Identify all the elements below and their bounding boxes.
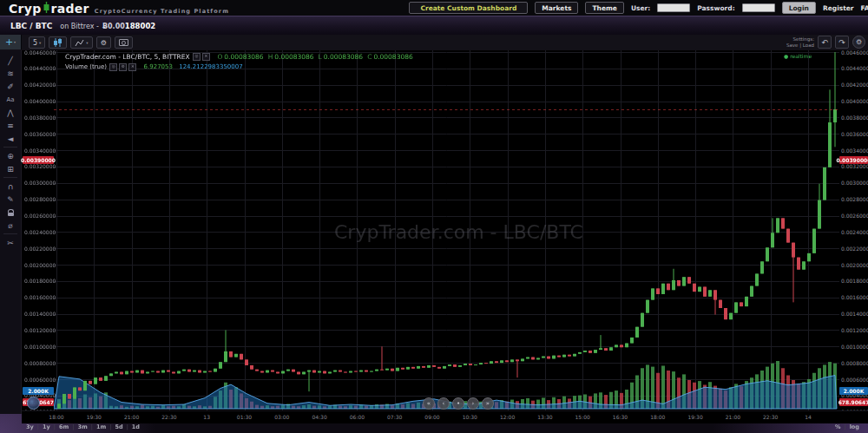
channel-tool[interactable]: ≋ (0, 67, 21, 80)
time-tick: 22:30 (763, 414, 778, 420)
time-tick: 14 (805, 414, 812, 420)
time-tick: 13 (203, 414, 210, 420)
preset-1d[interactable]: 1d (132, 423, 140, 430)
create-dashboard-button[interactable]: Create Custom Dashboard (409, 2, 528, 14)
faq-link[interactable]: FAQ (861, 4, 868, 12)
price-tick: 0.00160000 (841, 294, 868, 300)
redo-button[interactable]: ↷ (835, 36, 849, 49)
realtime-indicator[interactable]: ● realtime (784, 53, 812, 59)
prediction-tool[interactable]: ≡ (0, 119, 21, 132)
register-link[interactable]: Register (823, 4, 854, 12)
measure-tool[interactable]: ⊞ (0, 162, 21, 175)
chart-toolbar: +▾ 5▾ ▾ ⚙ Settings: Save | Load ↶ ↷ ⚙ (0, 35, 868, 51)
separator: | (109, 423, 111, 430)
preset-6m[interactable]: 6m (59, 423, 69, 430)
price-tick: 0.00440000 (24, 65, 56, 71)
legend-close-button[interactable]: ✕ (202, 53, 210, 61)
volume-scale-badge-left: 2.000K (23, 387, 54, 395)
preset-5d[interactable]: 5d (115, 423, 122, 430)
price-tick: 0.00360000 (841, 131, 868, 137)
scale-mode-log[interactable]: log (850, 423, 859, 430)
scale-mode-switch: %|log (835, 423, 859, 430)
chart-nav-button[interactable]: ‹ (437, 397, 450, 410)
trend-line-tool[interactable]: ╱ (0, 54, 21, 67)
price-tick: 0.00380000 (24, 115, 56, 121)
chart-nav-button[interactable]: « (423, 397, 435, 410)
preset-3y[interactable]: 3y (26, 423, 34, 430)
price-tick: 0.00200000 (24, 262, 56, 268)
last-price-badge-right: 0.00390000 (839, 156, 868, 164)
settings-save-load[interactable]: Settings: Save | Load (786, 36, 814, 49)
price-tick: 0.00400000 (24, 98, 56, 104)
ohlc-values: O0.00083086H0.00083086L0.00083086C0.0008… (213, 53, 412, 61)
line-style-dropdown[interactable]: ▾ (70, 36, 92, 49)
text-tool[interactable]: Aa (0, 93, 21, 106)
undo-button[interactable]: ↶ (818, 36, 832, 49)
snapshot-camera-button[interactable] (115, 36, 133, 49)
symbol-price-value: 188002 (125, 22, 156, 30)
volume-legend-button[interactable]: ⚙ (119, 63, 127, 71)
volume-value-green: 6.927053 (144, 63, 173, 70)
ohlc-key: L (319, 53, 322, 61)
price-tick: 0.00160000 (24, 294, 56, 300)
pattern-tool[interactable]: ⋀ (0, 106, 21, 119)
time-tick: 12:00 (500, 414, 515, 420)
volume-legend-button[interactable]: ✕ (128, 63, 136, 71)
time-tick: 15:00 (575, 414, 590, 420)
separator: | (54, 423, 56, 430)
symbol-bar: LBC / BTC on Bittrex - Ƀ0.00 188002 (0, 16, 868, 36)
chart-nav-button[interactable]: › (467, 397, 479, 410)
volume-value-blue: 124.2122983350007 (179, 63, 242, 70)
markets-button[interactable]: Markets (535, 2, 578, 14)
hide-drawings-tool[interactable]: ⌀ (0, 219, 21, 232)
bottom-bar: 3y|1y|6m|3m|1m|5d|1d %|log (0, 423, 868, 433)
arrow-marks-tool[interactable]: ◄ (0, 132, 21, 145)
password-input[interactable] (742, 3, 775, 12)
price-tick: 0.00260000 (841, 213, 868, 219)
preset-1y[interactable]: 1y (43, 423, 50, 430)
lock-tool[interactable] (0, 206, 21, 219)
brush-tool[interactable]: ✐ (0, 80, 21, 93)
volume-indicator-buttons: ◎⚙✕ (108, 63, 137, 70)
time-tick: 09:00 (424, 414, 439, 420)
interval-dropdown[interactable]: 5▾ (29, 36, 45, 49)
time-tick: 10:30 (463, 414, 477, 420)
ohlc-key: O (217, 53, 222, 61)
header-actions: Create Custom Dashboard Markets Theme Us… (409, 2, 868, 14)
candlestick-style-button[interactable] (49, 36, 67, 49)
crosshair-tool-button[interactable]: +▾ (0, 35, 22, 49)
volume-indicator-label: Volume (true) (65, 63, 107, 70)
user-input[interactable] (657, 3, 690, 12)
panel-settings-button[interactable]: ⚙ (852, 36, 865, 49)
volume-legend-row: Volume (true) ◎⚙✕ 6.927053 124.212298335… (65, 63, 413, 71)
zoom-in-tool[interactable]: ⊕ (0, 149, 21, 162)
preset-1m[interactable]: 1m (96, 423, 106, 430)
price-tick: 0.00340000 (841, 148, 868, 154)
price-tick: 0.00280000 (24, 196, 56, 202)
scale-mode-%[interactable]: % (835, 423, 841, 430)
chart-watermark: CrypTrader.com - LBC/BTC (334, 221, 583, 243)
remove-drawings-tool[interactable]: ✂ (0, 236, 21, 249)
login-button[interactable]: Login (782, 2, 816, 14)
chart-nav-button[interactable]: • (452, 397, 464, 410)
preset-3m[interactable]: 3m (77, 423, 87, 430)
logo-text-cryp: Cryp (9, 2, 42, 16)
theme-button[interactable]: Theme (585, 2, 623, 14)
volume-legend-button[interactable]: ◎ (109, 63, 117, 71)
symbol-exchange: on Bittrex - (60, 23, 99, 30)
chart-nav-button[interactable]: » (482, 397, 494, 410)
chart-settings-button[interactable]: ⚙ (96, 36, 111, 49)
legend-hide-button[interactable]: ◎ (193, 53, 201, 61)
time-tick: 18:00 (650, 414, 665, 420)
magnet-tool[interactable]: ∩ (0, 180, 21, 193)
separator: | (91, 423, 93, 430)
camera-icon (119, 39, 128, 46)
toolbar-divider (3, 177, 17, 178)
time-tick: 13:30 (537, 414, 552, 420)
time-axis[interactable]: 18:0019:3021:0022:301301:3003:0004:3006:… (22, 410, 868, 423)
drawing-mode-tool[interactable]: ✎ (0, 193, 21, 206)
price-tick: 0.00200000 (841, 262, 868, 268)
time-tick: 01:30 (237, 414, 252, 420)
price-tick: 0.00120000 (24, 327, 56, 333)
cryptrader-logo[interactable]: Cryp rader CryptoCurrency Trading Platfo… (9, 0, 229, 16)
